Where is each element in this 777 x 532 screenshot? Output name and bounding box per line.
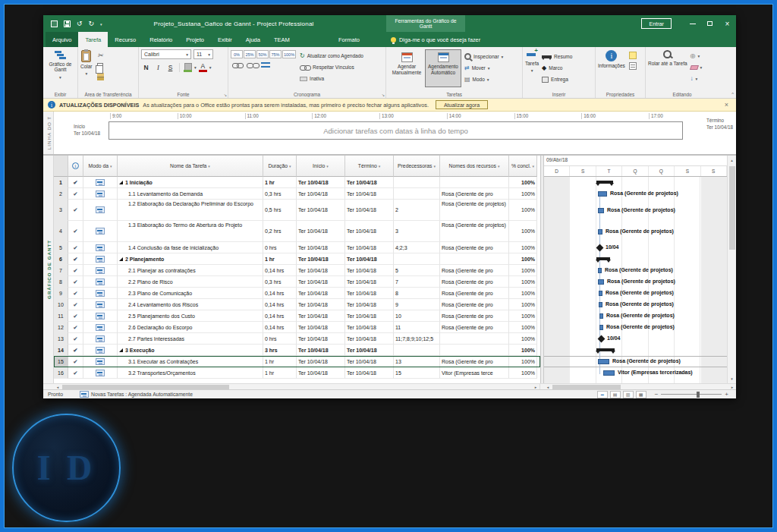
row-number[interactable]: 5: [54, 242, 68, 253]
percent-cell[interactable]: 100%: [509, 242, 537, 253]
task-name-cell[interactable]: 2.6 Declaração do Escorpo: [118, 322, 263, 333]
task-row[interactable]: 21.1 Levantamento da Demanda0,3 hrsTer 1…: [54, 188, 540, 200]
undo-icon[interactable]: [77, 20, 83, 27]
task-notes-button[interactable]: [628, 51, 638, 60]
percent-cell[interactable]: 100%: [509, 310, 537, 322]
percent-complete-button[interactable]: 50%: [256, 50, 269, 58]
row-number[interactable]: 4: [54, 221, 68, 242]
format-painter-button[interactable]: [96, 72, 105, 81]
finish-cell[interactable]: Ter 10/04/18: [345, 333, 394, 345]
task-row[interactable]: 132.7 Partes Interessadas0 hrsTer 10/04/…: [54, 333, 540, 345]
percent-cell[interactable]: 100%: [509, 177, 537, 188]
resources-cell[interactable]: [440, 177, 509, 188]
row-number[interactable]: 13: [54, 333, 68, 345]
start-cell[interactable]: Ter 10/04/18: [297, 345, 345, 356]
duration-cell[interactable]: 0,14 hrs: [263, 299, 297, 310]
finish-cell[interactable]: Ter 10/04/18: [345, 188, 394, 200]
start-cell[interactable]: Ter 10/04/18: [297, 288, 345, 299]
resources-cell[interactable]: Rosa (Gerente de pro: [440, 265, 509, 276]
filter-icon[interactable]: [533, 163, 535, 169]
predecessors-cell[interactable]: [394, 253, 440, 265]
predecessors-cell[interactable]: 3: [394, 221, 440, 242]
start-cell[interactable]: Ter 10/04/18: [297, 299, 345, 310]
finish-cell[interactable]: Ter 10/04/18: [345, 276, 394, 288]
duration-cell[interactable]: 0,3 hrs: [263, 276, 297, 288]
task-bar[interactable]: [598, 359, 609, 364]
tab-ajuda[interactable]: Ajuda: [239, 32, 267, 47]
dialog-launcher-icon[interactable]: [382, 93, 385, 97]
task-bar[interactable]: [599, 302, 602, 307]
start-cell[interactable]: Ter 10/04/18: [297, 265, 345, 276]
predecessors-cell[interactable]: 5: [394, 265, 440, 276]
task-bar[interactable]: [599, 313, 603, 319]
task-bar[interactable]: [599, 291, 602, 296]
finish-cell[interactable]: Ter 10/04/18: [345, 221, 394, 242]
insert-milestone-button[interactable]: Marco: [542, 63, 572, 73]
split-task-icon[interactable]: [261, 62, 270, 68]
respect-links-button[interactable]: Respeitar Vínculos: [300, 62, 363, 72]
start-cell[interactable]: Ter 10/04/18: [297, 188, 345, 200]
dialog-launcher-icon[interactable]: [224, 93, 227, 97]
collapse-icon[interactable]: [119, 348, 123, 352]
close-button[interactable]: [719, 15, 736, 32]
italic-button[interactable]: I: [153, 62, 163, 72]
mode-column-header[interactable]: Modo da: [83, 156, 118, 177]
task-row[interactable]: 41.3 Elaboração do Termo de Abertura do …: [54, 221, 540, 242]
minimize-button[interactable]: [684, 15, 701, 32]
move-button[interactable]: Mover: [464, 63, 503, 73]
finish-cell[interactable]: Ter 10/04/18: [345, 177, 394, 188]
tab-relatório[interactable]: Relatório: [143, 32, 179, 47]
task-bar[interactable]: [599, 325, 603, 330]
underline-button[interactable]: S: [165, 62, 175, 72]
duration-cell[interactable]: 0,14 hrs: [263, 265, 297, 276]
summary-bar[interactable]: [596, 348, 615, 351]
percent-cell[interactable]: 100%: [509, 322, 537, 333]
chevron-down-icon[interactable]: [194, 64, 197, 71]
task-name-cell[interactable]: 2.5 Planejamento dos Custo: [118, 310, 263, 322]
row-number[interactable]: 15: [54, 356, 68, 367]
predecessors-cell[interactable]: [394, 188, 440, 200]
select-all-corner[interactable]: [54, 156, 68, 177]
predecessors-cell[interactable]: 7: [394, 276, 440, 288]
start-cell[interactable]: Ter 10/04/18: [297, 367, 345, 379]
update-now-button[interactable]: Atualizar agora: [436, 100, 488, 109]
project-app-icon[interactable]: [51, 20, 58, 27]
row-number[interactable]: 6: [54, 253, 68, 265]
row-number[interactable]: 11: [54, 310, 68, 322]
predecessors-cell[interactable]: 10: [394, 310, 440, 322]
insert-deliverable-button[interactable]: Entrega: [542, 74, 572, 84]
gantt-chart-view-button[interactable]: Gráfico de Gantt: [46, 49, 75, 80]
task-row[interactable]: 31.2 Elaboração da Declaração Preliminar…: [54, 200, 540, 221]
percent-cell[interactable]: 100%: [509, 288, 537, 299]
percent-complete-button[interactable]: 100%: [282, 50, 296, 58]
predecessors-cell[interactable]: 9: [394, 299, 440, 310]
task-row[interactable]: 11 Iniciação1 hrTer 10/04/18Ter 10/04/18…: [54, 177, 540, 188]
duration-cell[interactable]: 1 hr: [263, 367, 297, 379]
task-name-cell[interactable]: 1.3 Elaboração do Termo de Abertura do P…: [118, 221, 263, 242]
scroll-up-icon[interactable]: ▴: [728, 156, 736, 165]
duration-cell[interactable]: 0,14 hrs: [263, 310, 297, 322]
row-number[interactable]: 2: [54, 188, 68, 200]
task-row[interactable]: 163.2 Transportes/Orçamentos1 hrTer 10/0…: [54, 367, 540, 379]
finish-cell[interactable]: Ter 10/04/18: [345, 345, 394, 356]
resources-cell[interactable]: [440, 253, 509, 265]
duration-cell[interactable]: 1 hr: [263, 177, 297, 188]
percent-complete-button[interactable]: 75%: [269, 50, 282, 58]
percent-cell[interactable]: 100%: [509, 367, 537, 379]
tab-recurso[interactable]: Recurso: [108, 32, 143, 47]
summary-bar[interactable]: [596, 257, 610, 260]
new-tasks-mode[interactable]: Novas Tarefas : Agendada Automaticamente: [80, 391, 193, 398]
task-bar[interactable]: [598, 191, 607, 197]
task-bar[interactable]: [598, 279, 604, 285]
auto-schedule-button[interactable]: Agendamento Automático: [425, 49, 461, 87]
link-tasks-icon[interactable]: [232, 61, 243, 68]
gantt-chart-pane[interactable]: 09/Abr/18 DSTQQSS Rosa (Gerente de proje…: [544, 156, 727, 383]
task-name-cell[interactable]: 2.3 Plano de Comunicação: [118, 288, 263, 299]
task-bar[interactable]: [598, 268, 602, 273]
indicators-column-header[interactable]: [68, 156, 83, 177]
resources-cell[interactable]: Rosa (Gerente de pro: [440, 242, 509, 253]
resources-cell[interactable]: Rosa (Gerente de pro: [440, 188, 509, 200]
duration-cell[interactable]: 1 hr: [263, 356, 297, 367]
task-name-cell[interactable]: 2.2 Plano de Risco: [118, 276, 263, 288]
start-cell[interactable]: Ter 10/04/18: [297, 242, 345, 253]
